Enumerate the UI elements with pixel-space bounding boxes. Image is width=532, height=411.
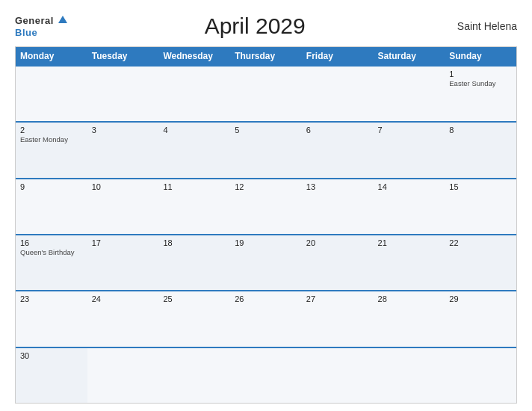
- day-number: 9: [20, 182, 83, 191]
- day-cell-24: 24: [87, 291, 159, 346]
- logo-general: General: [15, 15, 54, 26]
- day-number: 24: [92, 294, 155, 303]
- day-cell-22: 22: [445, 235, 516, 290]
- day-event: Easter Monday: [20, 135, 83, 143]
- day-number: 27: [306, 294, 369, 303]
- day-cell-16: 16 Queen's Birthday: [16, 235, 87, 290]
- day-number: 11: [163, 182, 226, 191]
- day-number: 12: [235, 182, 297, 191]
- region-label: Saint Helena: [442, 20, 517, 32]
- day-number: 14: [378, 182, 441, 191]
- day-number: 26: [235, 294, 297, 303]
- day-cell-30: 30: [16, 348, 87, 403]
- day-cell-29: 29: [445, 291, 516, 346]
- day-number: 29: [449, 294, 512, 303]
- day-number: 21: [378, 238, 441, 247]
- week-row-3: 9 10 11 12 13 14 15: [16, 178, 516, 234]
- day-number: 30: [20, 351, 83, 360]
- week-row-4: 16 Queen's Birthday 17 18 19 20 21: [16, 234, 516, 290]
- header-friday: Friday: [302, 47, 374, 65]
- day-cell-9: 9: [16, 179, 87, 234]
- day-number: 8: [449, 126, 512, 135]
- day-cell-empty: [302, 67, 374, 121]
- day-number: 15: [449, 182, 512, 191]
- day-number: 7: [378, 126, 441, 135]
- day-cell-empty: [230, 67, 302, 121]
- header-wednesday: Wednesday: [158, 47, 230, 65]
- day-cell-6: 6: [302, 123, 374, 177]
- day-cell-10: 10: [87, 179, 159, 234]
- day-cell-empty: [445, 348, 516, 403]
- calendar-grid: Monday Tuesday Wednesday Thursday Friday…: [15, 46, 517, 404]
- day-cell-empty: [158, 348, 230, 403]
- day-cell-25: 25: [158, 291, 230, 346]
- day-number: 25: [163, 294, 226, 303]
- logo-blue: Blue: [15, 27, 37, 38]
- day-cell-15: 15: [445, 179, 516, 234]
- day-number: 23: [20, 294, 83, 303]
- day-cell-8: 8: [445, 123, 516, 177]
- logo-line2: Blue: [15, 26, 67, 38]
- day-number: 19: [235, 238, 297, 247]
- header-thursday: Thursday: [230, 47, 302, 65]
- day-cell-19: 19: [230, 235, 302, 290]
- day-cell-17: 17: [87, 235, 159, 290]
- day-number: 20: [306, 238, 369, 247]
- day-cell-11: 11: [158, 179, 230, 234]
- week-row-1: 1 Easter Sunday: [16, 65, 516, 121]
- day-number: 18: [163, 238, 226, 247]
- day-cell-14: 14: [374, 179, 445, 234]
- day-cell-empty: [374, 348, 445, 403]
- day-cell-12: 12: [230, 179, 302, 234]
- logo-triangle-icon: [58, 16, 67, 23]
- day-cell-empty: [230, 348, 302, 403]
- calendar-page: General Blue April 2029 Saint Helena Mon…: [0, 0, 532, 411]
- day-number: 13: [306, 182, 369, 191]
- week-row-2: 2 Easter Monday 3 4 5 6 7: [16, 121, 516, 177]
- day-cell-26: 26: [230, 291, 302, 346]
- day-cell-20: 20: [302, 235, 374, 290]
- day-number: 28: [378, 294, 441, 303]
- day-cell-1: 1 Easter Sunday: [445, 67, 516, 121]
- day-cell-13: 13: [302, 179, 374, 234]
- logo: General Blue: [15, 14, 67, 38]
- day-event: Queen's Birthday: [20, 248, 83, 256]
- day-number: 6: [306, 126, 369, 135]
- calendar-title: April 2029: [67, 13, 442, 39]
- day-cell-27: 27: [302, 291, 374, 346]
- header: General Blue April 2029 Saint Helena: [15, 13, 517, 39]
- day-number: 22: [449, 238, 512, 247]
- day-cell-5: 5: [230, 123, 302, 177]
- day-number: 1: [449, 69, 512, 78]
- header-tuesday: Tuesday: [87, 47, 159, 65]
- day-number: 10: [92, 182, 155, 191]
- day-cell-empty: [302, 348, 374, 403]
- header-monday: Monday: [16, 47, 87, 65]
- week-row-6: 30: [16, 347, 516, 403]
- day-number: 3: [92, 126, 155, 135]
- header-saturday: Saturday: [374, 47, 445, 65]
- day-number: 16: [20, 238, 83, 247]
- day-headers-row: Monday Tuesday Wednesday Thursday Friday…: [16, 47, 516, 65]
- day-cell-empty: [87, 348, 159, 403]
- day-cell-empty: [158, 67, 230, 121]
- day-cell-21: 21: [374, 235, 445, 290]
- day-cell-empty: [374, 67, 445, 121]
- day-cell-2: 2 Easter Monday: [16, 123, 87, 177]
- day-cell-23: 23: [16, 291, 87, 346]
- day-event: Easter Sunday: [449, 79, 512, 87]
- day-cell-empty: [16, 67, 87, 121]
- logo-line1: General: [15, 14, 67, 26]
- weeks-container: 1 Easter Sunday 2 Easter Monday 3 4 5: [16, 65, 516, 403]
- day-cell-18: 18: [158, 235, 230, 290]
- day-cell-4: 4: [158, 123, 230, 177]
- day-number: 5: [235, 126, 297, 135]
- day-number: 4: [163, 126, 226, 135]
- day-number: 2: [20, 126, 83, 135]
- day-number: 17: [92, 238, 155, 247]
- day-cell-7: 7: [374, 123, 445, 177]
- week-row-5: 23 24 25 26 27 28 29: [16, 290, 516, 346]
- day-cell-28: 28: [374, 291, 445, 346]
- day-cell-empty: [87, 67, 159, 121]
- header-sunday: Sunday: [445, 47, 516, 65]
